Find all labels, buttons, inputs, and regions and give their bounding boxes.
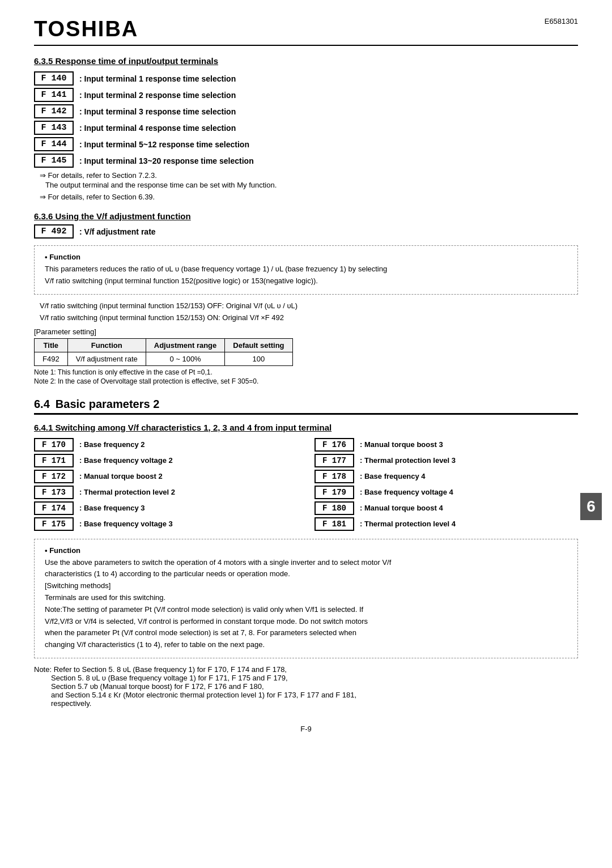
section-635-note3: ⇒ For details, refer to Section 6.39. bbox=[40, 193, 578, 201]
param-row: F 176: Manual torque boost 3 bbox=[314, 438, 578, 452]
param-row: F 171: Base frequency voltage 2 bbox=[34, 454, 298, 467]
table-cell: F492 bbox=[35, 352, 68, 365]
param-row: F 179: Base frequency voltage 4 bbox=[314, 486, 578, 499]
section-note: and Section 5.14 ε Kr (Motor electronic … bbox=[51, 691, 578, 699]
param-box: F 176 bbox=[314, 438, 354, 452]
param-row: F 181: Thermal protection level 4 bbox=[314, 517, 578, 531]
table-row: F492V/f adjustment rate0 ~ 100%100 bbox=[35, 352, 293, 365]
section-635-note1: ⇒ For details, refer to Section 7.2.3. bbox=[40, 171, 578, 180]
param-row: F 173: Thermal protection level 2 bbox=[34, 486, 298, 499]
param-row: F 170: Base frequency 2 bbox=[34, 438, 298, 452]
params-641-right: F 176: Manual torque boost 3F 177: Therm… bbox=[314, 438, 578, 533]
function-label-636: • Function bbox=[45, 253, 567, 261]
section-636: 6.3.6 Using the V/f adjustment function … bbox=[34, 211, 578, 385]
param-box: F 178 bbox=[314, 470, 354, 483]
function-box-636: • Function This parameters reduces the r… bbox=[34, 245, 578, 295]
param-desc: : Thermal protection level 2 bbox=[79, 488, 175, 496]
table-cell: 0 ~ 100% bbox=[146, 352, 225, 365]
param-box: F 174 bbox=[34, 501, 74, 515]
param-desc: : Input terminal 3 response time selecti… bbox=[79, 107, 236, 116]
side-number: 6 bbox=[580, 493, 602, 520]
function-label-641: • Function bbox=[45, 546, 567, 555]
vf-param-box: F 492 bbox=[34, 224, 74, 239]
param-desc: : Input terminal 4 response time selecti… bbox=[79, 124, 236, 133]
vf-param-desc: : V/f adjustment rate bbox=[79, 227, 156, 236]
function-text-641: Use the above parameters to switch the o… bbox=[45, 557, 567, 651]
param-desc: : Thermal protection level 4 bbox=[360, 520, 456, 528]
param-box: F 143 bbox=[34, 121, 74, 135]
params-641-cols: F 170: Base frequency 2F 171: Base frequ… bbox=[34, 438, 578, 533]
section-note: Section 5.7 υb (Manual torque boost) for… bbox=[51, 682, 578, 691]
table-cell: V/f adjustment rate bbox=[67, 352, 146, 365]
function-text-636: This parameters reduces the ratio of υL … bbox=[45, 263, 567, 287]
param-box: F 142 bbox=[34, 104, 74, 118]
param-row: F 174: Base frequency 3 bbox=[34, 501, 298, 515]
param-box: F 175 bbox=[34, 517, 74, 531]
section-636-title: 6.3.6 Using the V/f adjustment function bbox=[34, 211, 578, 221]
param-desc: : Base frequency voltage 3 bbox=[79, 520, 173, 528]
table-label-636: [Parameter setting] bbox=[34, 327, 578, 336]
param-box: F 145 bbox=[34, 154, 74, 168]
table-header: Title bbox=[35, 338, 68, 352]
section-note: Section 5. 8 υL υ (Base frequency voltag… bbox=[51, 674, 578, 682]
param-box: F 177 bbox=[314, 454, 354, 467]
param-desc: : Manual torque boost 3 bbox=[360, 440, 443, 449]
section-635-note2: The output terminal and the response tim… bbox=[45, 181, 578, 189]
param-desc: : Input terminal 1 response time selecti… bbox=[79, 74, 236, 83]
param-box: F 181 bbox=[314, 517, 354, 531]
section-64: 6.4Basic parameters 2 bbox=[34, 398, 578, 415]
section-641-title: 6.4.1 Switching among V/f characteristic… bbox=[34, 423, 578, 432]
param-desc: : Base frequency 3 bbox=[79, 504, 145, 512]
param-desc: : Manual torque boost 2 bbox=[79, 472, 163, 480]
table-header: Function bbox=[67, 338, 146, 352]
param-box: F 180 bbox=[314, 501, 354, 515]
param-desc: : Input terminal 5~12 response time sele… bbox=[79, 140, 249, 149]
doc-number: E6581301 bbox=[545, 17, 578, 25]
param-row: F 180: Manual torque boost 4 bbox=[314, 501, 578, 515]
param-row: F 178: Base frequency 4 bbox=[314, 470, 578, 483]
param-row: F 143: Input terminal 4 response time se… bbox=[34, 121, 578, 135]
param-desc: : Base frequency voltage 4 bbox=[360, 488, 453, 496]
param-desc: : Base frequency 4 bbox=[360, 472, 426, 480]
param-box: F 141 bbox=[34, 88, 74, 102]
table-note1-636: Note 1: This function is only effective … bbox=[34, 368, 578, 376]
param-desc: : Thermal protection level 3 bbox=[360, 456, 456, 465]
vf-param-row: F 492 : V/f adjustment rate bbox=[34, 224, 578, 239]
params-641-left: F 170: Base frequency 2F 171: Base frequ… bbox=[34, 438, 298, 533]
section-64-title: 6.4Basic parameters 2 bbox=[34, 398, 578, 415]
param-box: F 179 bbox=[314, 486, 354, 499]
param-desc: : Input terminal 13~20 response time sel… bbox=[79, 156, 254, 165]
param-box: F 140 bbox=[34, 71, 74, 86]
function-box-641: • Function Use the above parameters to s… bbox=[34, 539, 578, 658]
table-header: Default setting bbox=[225, 338, 292, 352]
section-note: respectively. bbox=[51, 699, 578, 708]
param-row: F 175: Base frequency voltage 3 bbox=[34, 517, 298, 531]
param-desc: : Input terminal 2 response time selecti… bbox=[79, 91, 236, 100]
param-row: F 177: Thermal protection level 3 bbox=[314, 454, 578, 467]
param-row: F 144: Input terminal 5~12 response time… bbox=[34, 137, 578, 151]
param-box: F 170 bbox=[34, 438, 74, 452]
param-row: F 172: Manual torque boost 2 bbox=[34, 470, 298, 483]
section-635-title: 6.3.5 Response time of input/output term… bbox=[34, 56, 578, 66]
section-635: 6.3.5 Response time of input/output term… bbox=[34, 56, 578, 201]
param-desc: : Base frequency 2 bbox=[79, 440, 145, 449]
param-box: F 171 bbox=[34, 454, 74, 467]
section-note: Note: Refer to Section 5. 8 υL (Base fre… bbox=[34, 665, 578, 674]
vf-on-text: V/f ratio switching (input terminal func… bbox=[40, 313, 578, 322]
table-cell: 100 bbox=[225, 352, 292, 365]
param-row: F 140: Input terminal 1 response time se… bbox=[34, 71, 578, 86]
page-number: F-9 bbox=[34, 725, 578, 733]
param-box: F 144 bbox=[34, 137, 74, 151]
param-desc: : Manual torque boost 4 bbox=[360, 504, 443, 512]
param-row: F 142: Input terminal 3 response time se… bbox=[34, 104, 578, 118]
section-641: 6.4.1 Switching among V/f characteristic… bbox=[34, 423, 578, 708]
param-row: F 145: Input terminal 13~20 response tim… bbox=[34, 154, 578, 168]
param-desc: : Base frequency voltage 2 bbox=[79, 456, 173, 465]
param-table-636: TitleFunctionAdjustment rangeDefault set… bbox=[34, 338, 293, 366]
param-box: F 172 bbox=[34, 470, 74, 483]
vf-off-text: V/f ratio switching (input terminal func… bbox=[40, 301, 578, 310]
param-box: F 173 bbox=[34, 486, 74, 499]
table-header: Adjustment range bbox=[146, 338, 225, 352]
param-row: F 141: Input terminal 2 response time se… bbox=[34, 88, 578, 102]
logo: TOSHIBA bbox=[34, 17, 138, 41]
